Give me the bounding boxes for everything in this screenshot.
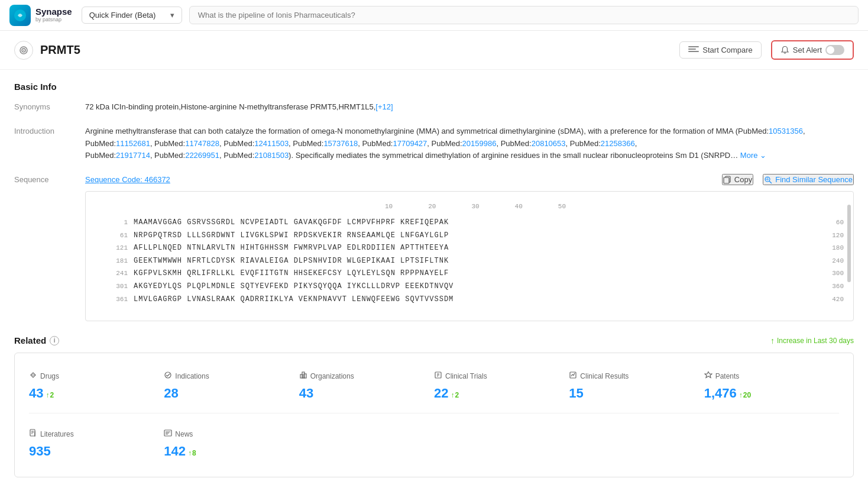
logo-icon [9,5,31,26]
bell-icon [780,46,789,54]
results-label: Clinical Results [580,372,629,380]
seq-row-301: 301 AKGYEDYLQS PLQPLMDNLE SQTYEVFEKD PIK… [95,280,844,293]
patent-icon [704,371,712,381]
trials-label: Clinical Trials [445,372,487,380]
pubmed-5[interactable]: 15737618 [323,139,358,148]
quick-finder-button[interactable]: Quick Finder (Beta) ▾ [82,7,182,24]
synonyms-text: 72 kDa ICIn-binding protein,Histone-argi… [85,102,375,111]
related-indications[interactable]: Indications 28 [164,365,299,407]
related-drugs[interactable]: Drugs 43 ↑2 [29,365,164,407]
increase-label: Increase in Last 30 days [777,337,854,345]
page-title: PRMT5 [40,43,679,57]
top-nav: Synapse by patsnap Quick Finder (Beta) ▾ [0,0,868,31]
related-clinical-trials[interactable]: Clinical Trials 22 ↑2 [434,365,569,407]
news-label: News [175,430,193,438]
basic-info-title: Basic Info [14,82,854,92]
start-compare-label: Start Compare [702,46,753,54]
svg-point-7 [165,372,171,378]
news-count: 142 ↑8 [164,444,299,459]
seq-row-61: 61 NRPGPQTRSD LLLSGRDWNT LIVGKLSPWI RPDS… [95,230,844,243]
alert-toggle[interactable] [825,45,844,55]
synonyms-more-link[interactable]: [+12] [375,102,393,111]
find-similar-label: Find Similar Sequence [775,175,853,184]
drugs-label: Drugs [40,372,59,380]
results-count: 15 [569,386,704,401]
trials-count: 22 ↑2 [434,386,569,401]
sequence-label: Sequence [14,174,85,321]
logo: Synapse by patsnap [9,5,72,26]
logo-sub: by patsnap [35,17,72,23]
copy-icon [723,176,731,184]
more-link[interactable]: More ⌄ [740,151,766,160]
chevron-down-icon: ▾ [170,11,174,20]
trials-header: Clinical Trials [434,371,569,381]
main-content: Basic Info Synonyms 72 kDa ICIn-binding … [0,70,868,489]
organizations-label: Organizations [310,372,354,380]
lit-count: 935 [29,444,164,459]
svg-rect-10 [304,374,306,378]
lit-icon [29,429,37,439]
patents-increase: ↑20 [739,391,751,399]
patents-label: Patents [715,372,740,380]
sequence-box[interactable]: 10 20 30 40 50 1 MAAMAVGGAG GSRVSSGRDL N… [85,191,854,321]
pubmed-12[interactable]: 21081503 [254,151,289,160]
org-icon [299,371,307,381]
find-similar-button[interactable]: Find Similar Sequence [763,174,854,185]
seq-row-241: 241 KGFPVLSKMH QRLIFRLLKL EVQFIITGTN HHS… [95,267,844,280]
indications-label: Indications [175,372,209,380]
results-header: Clinical Results [569,371,704,381]
pubmed-1[interactable]: 10531356 [769,127,803,135]
related-news[interactable]: News 142 ↑8 [164,423,299,465]
related-literatures[interactable]: Literatures 935 [29,423,164,465]
pubmed-4[interactable]: 12411503 [254,139,289,148]
increase-label-area: ↑ Increase in Last 30 days [770,336,854,345]
drugs-count: 43 ↑2 [29,386,164,401]
seq-row-361: 361 LMVLGAGRGP LVNASLRAAK QADRRIIKLYA VE… [95,293,844,306]
pubmed-9[interactable]: 21258366 [601,139,635,148]
pubmed-8[interactable]: 20810653 [532,139,566,148]
lit-label: Literatures [40,430,74,438]
copy-button[interactable]: Copy [722,174,753,185]
news-icon [164,429,172,439]
pubmed-3[interactable]: 11747828 [185,139,219,148]
related-clinical-results[interactable]: Clinical Results 15 [569,365,704,407]
trial-icon [434,371,442,381]
seq-row-121: 121 AFLLPLNQED NTNLARVLTN HIHTGHHSSM FWM… [95,242,844,255]
introduction-value: Arginine methyltransferase that can both… [85,125,854,162]
lit-header: Literatures [29,429,164,439]
trials-increase: ↑2 [451,391,459,399]
results-icon [569,371,577,381]
pubmed-2[interactable]: 11152681 [116,139,150,148]
related-title: Related i [14,335,59,345]
organizations-header: Organizations [299,371,434,381]
start-compare-button[interactable]: Start Compare [679,41,762,59]
related-patents[interactable]: Patents 1,476 ↑20 [704,365,839,407]
drugs-increase: ↑2 [46,391,54,399]
set-alert-label: Set Alert [793,46,822,54]
sequence-row: Sequence Sequence Code: 466372 Copy [14,174,854,321]
quick-finder-label: Quick Finder (Beta) [89,11,156,20]
related-info-icon[interactable]: i [50,336,59,345]
sequence-code-link[interactable]: Sequence Code: 466372 [85,175,170,184]
copy-label: Copy [734,175,752,184]
target-icon [14,41,33,60]
header-actions: Start Compare Set Alert [679,40,854,60]
svg-point-3 [23,50,24,51]
related-organizations[interactable]: Organizations 43 [299,365,434,407]
sequence-scrollbar[interactable] [847,205,851,282]
pubmed-10[interactable]: 21917714 [116,151,150,160]
search-input[interactable] [189,6,859,24]
logo-text: Synapse by patsnap [35,7,72,22]
drugs-header: Drugs [29,371,164,381]
set-alert-button[interactable]: Set Alert [771,40,854,60]
pubmed-7[interactable]: 20159986 [462,139,497,148]
pubmed-6[interactable]: 17709427 [393,139,427,148]
increase-arrow-icon: ↑ [770,336,775,345]
news-increase: ↑8 [188,449,196,457]
related-header: Related i ↑ Increase in Last 30 days [14,335,854,345]
related-box: Drugs 43 ↑2 Indications 28 [14,353,854,477]
sequence-header: Sequence Code: 466372 Copy [85,174,854,185]
seq-row-181: 181 GEEKTWMWWH NFRTLCDYSK RIAVALEIGA DLP… [95,255,844,268]
pubmed-11[interactable]: 22269951 [185,151,219,160]
sequence-column-headers: 10 20 30 40 50 [95,201,844,213]
